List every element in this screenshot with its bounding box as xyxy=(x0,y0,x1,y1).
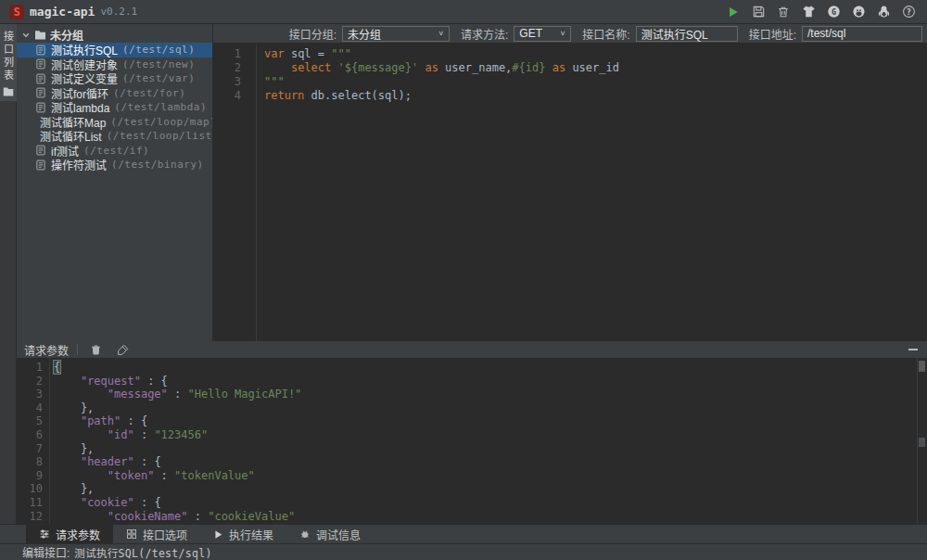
tree-item-api[interactable]: 测试lambda (/test/lambda) xyxy=(17,100,212,115)
status-label: 编辑接口: xyxy=(22,544,70,560)
api-path: (/test/sql) xyxy=(122,44,195,56)
app-version: v0.2.1 xyxy=(100,6,137,18)
api-name: 测试for循环 xyxy=(51,85,108,101)
request-panel-title: 请求参数 xyxy=(24,342,69,358)
chevron-down-icon xyxy=(21,31,31,40)
api-path: (/test/for) xyxy=(113,87,185,99)
result-icon xyxy=(213,529,223,540)
tab-request-params[interactable]: 请求参数 xyxy=(26,525,113,543)
group-select[interactable]: 未分组∨ xyxy=(342,26,450,42)
api-path: (/test/if) xyxy=(83,145,149,157)
status-value: 测试执行SQL(/test/sql) xyxy=(74,545,211,560)
left-tool-strip: 接口列表 xyxy=(0,24,17,524)
tab-run-result[interactable]: 执行结果 xyxy=(200,525,286,543)
chevron-down-icon: ∨ xyxy=(560,30,566,37)
minimize-icon[interactable] xyxy=(907,343,920,356)
request-json-editor[interactable]: 1{2 "request" : {3 "message" : "Hello Ma… xyxy=(17,358,927,524)
tab-debug-info[interactable]: 调试信息 xyxy=(286,525,374,543)
path-label: 接口地址: xyxy=(749,26,796,42)
tree-item-api[interactable]: 测试循环List (/test/loop/list) xyxy=(17,129,212,144)
folder-icon xyxy=(3,86,14,96)
api-path: (/test/new) xyxy=(122,58,195,70)
code-line: 3""" xyxy=(213,75,927,89)
code-line: 1{ xyxy=(17,361,927,375)
script-editor[interactable]: 1var sql = """2 select '${message}' as u… xyxy=(213,44,927,341)
code-line: 10 }, xyxy=(17,482,927,496)
tree-item-api[interactable]: if测试 (/test/if) xyxy=(17,144,212,159)
name-label: 接口名称: xyxy=(582,26,629,42)
help-icon[interactable]: ? xyxy=(899,4,918,20)
params-icon xyxy=(39,528,50,540)
api-file-icon xyxy=(35,102,46,113)
code-line: 3 "message" : "Hello MagicAPI!" xyxy=(17,388,927,401)
tab-api-options[interactable]: 接口选项 xyxy=(113,525,200,543)
code-line: 4return db.select(sql); xyxy=(213,89,927,103)
api-file-icon xyxy=(35,45,46,56)
code-line: 6 "id" : "123456" xyxy=(17,428,927,442)
request-panel: 请求参数 xyxy=(17,341,927,524)
method-label: 请求方法: xyxy=(461,26,508,42)
code-line: 2 "request" : { xyxy=(17,375,927,388)
api-path-input[interactable]: /test/sql xyxy=(802,26,922,42)
api-name: 操作符测试 xyxy=(51,157,107,172)
code-line: 9 "token" : "tokenValue" xyxy=(17,469,927,483)
app-logo: S xyxy=(9,5,24,19)
api-name: 测试循环List xyxy=(40,128,102,144)
code-line: 2 select '${message}' as user_name,#{id}… xyxy=(213,61,927,75)
scrollbar-track[interactable] xyxy=(917,358,927,524)
tree-item-api[interactable]: 测试循环Map (/test/loop/map) xyxy=(17,115,212,130)
scrollbar-mark xyxy=(919,438,925,447)
tree-item-api[interactable]: 操作符测试 (/test/binary) xyxy=(17,158,212,172)
tree-group-ungrouped[interactable]: 未分组 xyxy=(17,27,212,43)
api-file-icon xyxy=(35,87,46,98)
save-icon[interactable] xyxy=(749,4,768,20)
status-bar: 编辑接口: 测试执行SQL(/test/sql) xyxy=(0,543,927,560)
folder-icon xyxy=(34,30,46,40)
api-list-tab-label: 接口列表 xyxy=(1,31,16,83)
code-line: 4 }, xyxy=(17,401,927,415)
api-name: 测试创建对象 xyxy=(51,57,118,72)
api-name: 测试循环Map xyxy=(40,114,106,130)
code-line: 11 "cookie" : { xyxy=(17,496,927,510)
api-tree-panel: 未分组 测试执行SQL (/test/sql) 测试创建对象 (/test/ne… xyxy=(17,24,213,341)
tree-item-api[interactable]: 测试创建对象 (/test/new) xyxy=(17,57,212,72)
api-path: (/test/lambda) xyxy=(114,101,207,113)
bottom-tabs-bar: 请求参数 接口选项 执行结果 调试信息 xyxy=(0,524,927,543)
code-line: 7 }, xyxy=(17,442,927,456)
api-file-icon xyxy=(35,58,46,70)
tree-item-api[interactable]: 测试for循环 (/test/for) xyxy=(17,86,212,101)
run-icon[interactable] xyxy=(724,4,743,20)
method-select[interactable]: GET∨ xyxy=(514,26,571,42)
qq-icon[interactable] xyxy=(874,4,893,20)
github-icon[interactable] xyxy=(849,4,868,20)
magic-api-window: S magic-api v0.2.1 G xyxy=(0,0,927,560)
api-name: if测试 xyxy=(51,143,79,159)
tree-item-api[interactable]: 测试定义变量 (/test/var) xyxy=(17,71,212,86)
api-list-vertical-tab[interactable]: 接口列表 xyxy=(0,24,17,101)
api-path: (/test/loop/list) xyxy=(107,130,213,142)
api-form-toolbar: 接口分组: 未分组∨ 请求方法: GET∨ 接口名称: 测试执行SQL 接口地址… xyxy=(213,24,927,44)
api-file-icon xyxy=(35,145,46,156)
code-line: 8 "header" : { xyxy=(17,455,927,469)
delete-icon[interactable] xyxy=(86,341,105,358)
group-label: 接口分组: xyxy=(289,26,337,42)
api-path: (/test/var) xyxy=(122,72,195,84)
scrollbar-thumb[interactable] xyxy=(919,361,925,372)
gitee-icon[interactable]: G xyxy=(824,4,843,20)
tree-item-api[interactable]: 测试执行SQL (/test/sql) xyxy=(17,43,212,57)
tree-group-label: 未分组 xyxy=(50,27,83,43)
api-name-input[interactable]: 测试执行SQL xyxy=(636,26,738,42)
code-line: 5 "path" : { xyxy=(17,414,927,428)
format-icon[interactable] xyxy=(113,341,132,358)
api-file-icon xyxy=(35,159,46,171)
api-file-icon xyxy=(35,73,46,84)
code-line: 12 "cookieName" : "cookieValue" xyxy=(17,510,927,524)
chevron-down-icon: ∨ xyxy=(438,30,444,37)
divider xyxy=(77,344,78,355)
theme-icon[interactable] xyxy=(799,4,818,20)
api-path: (/test/binary) xyxy=(111,159,204,171)
app-title: magic-api xyxy=(30,5,95,19)
debug-icon xyxy=(299,528,311,540)
api-name: 测试定义变量 xyxy=(51,70,118,86)
delete-icon[interactable] xyxy=(774,4,793,20)
